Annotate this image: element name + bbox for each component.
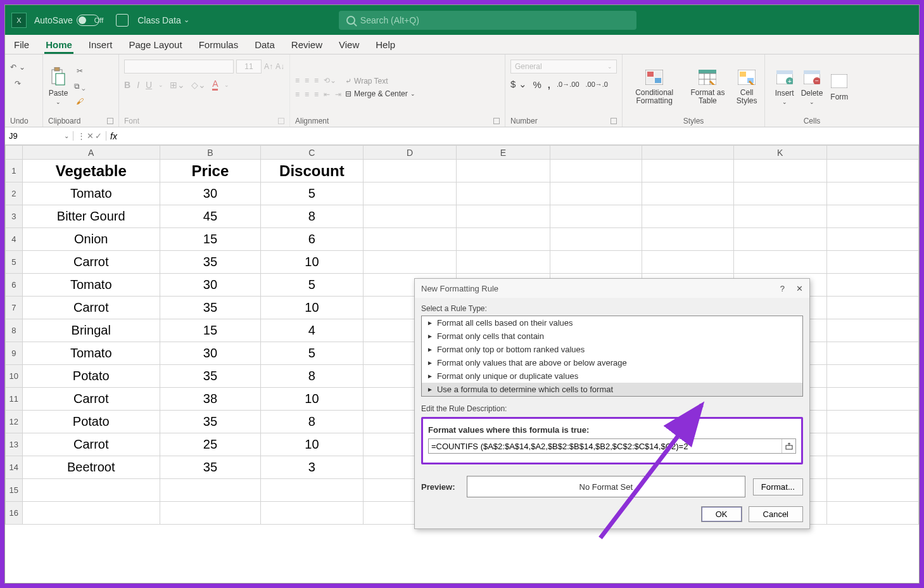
row-header[interactable]: 8 [6,319,23,342]
rule-type-option[interactable]: ►Format only values that are above or be… [422,356,802,369]
align-left-icon[interactable]: ≡ [295,90,300,99]
cell[interactable] [733,182,826,205]
row-header[interactable]: 1 [6,160,23,182]
cell[interactable] [826,251,918,274]
cell[interactable] [826,388,918,411]
borders-button[interactable]: ⊞⌄ [170,80,185,90]
rule-type-option[interactable]: ►Format only top or bottom ranked values [422,343,802,356]
cell[interactable] [642,251,733,274]
tab-formulas[interactable]: Formulas [198,37,240,54]
cell[interactable]: Potato [22,365,160,388]
row-header[interactable]: 16 [6,502,23,525]
cut-button[interactable]: ✂ [72,65,87,77]
cell[interactable]: Carrot [22,388,160,411]
cell[interactable] [733,251,826,274]
cell[interactable] [826,365,918,388]
rule-type-option[interactable]: ►Use a formula to determine which cells … [422,383,802,396]
tab-view[interactable]: View [338,37,360,54]
cell[interactable]: 15 [160,228,260,251]
cell[interactable] [457,205,550,228]
cell[interactable]: 35 [160,456,260,479]
dialog-launcher-icon[interactable] [493,118,500,124]
fill-color-button[interactable]: ◇⌄ [191,80,206,90]
column-header[interactable] [826,146,918,160]
increase-font-icon[interactable]: A↑ [264,62,273,71]
increase-indent-icon[interactable]: ⇥ [335,90,341,99]
save-icon[interactable] [116,14,129,27]
cell[interactable]: Carrot [22,251,160,274]
cell[interactable] [457,182,550,205]
cell[interactable]: 45 [160,205,260,228]
cell[interactable] [550,228,642,251]
cell[interactable]: Carrot [22,433,160,456]
row-header[interactable]: 11 [6,388,23,411]
spreadsheet-grid[interactable]: ABCDEK1VegetablePriceDiscount2Tomato3053… [5,145,919,583]
cell[interactable]: 15 [160,319,260,342]
format-as-table-button[interactable]: Format as Table [688,67,726,105]
decrease-font-icon[interactable]: A↓ [275,62,284,71]
cell[interactable] [826,228,918,251]
merge-center-button[interactable]: ⊟Merge & Center⌄ [345,89,415,98]
format-painter-button[interactable]: 🖌 [72,95,87,108]
cell[interactable]: 4 [260,319,363,342]
cell[interactable] [457,251,550,274]
dialog-launcher-icon[interactable] [107,118,113,124]
cell[interactable] [826,342,918,365]
cell[interactable] [363,251,456,274]
cell[interactable]: 30 [160,342,260,365]
undo-button[interactable]: ↶ ⌄ [10,61,25,74]
autosave-toggle[interactable]: AutoSave Off [34,15,107,26]
conditional-formatting-button[interactable]: Conditional Formatting [628,67,681,105]
cell[interactable]: 38 [160,388,260,411]
row-header[interactable]: 6 [6,274,23,297]
formula-text-input[interactable] [429,442,782,451]
cell[interactable]: Tomato [22,274,160,297]
tab-page-layout[interactable]: Page Layout [127,37,183,54]
cell[interactable] [260,479,363,502]
cell[interactable]: Carrot [22,297,160,319]
cell[interactable] [826,160,918,182]
cell[interactable] [550,251,642,274]
cell[interactable] [733,205,826,228]
cell[interactable]: 10 [260,433,363,456]
align-center-icon[interactable]: ≡ [305,90,309,99]
fx-icon[interactable]: fx [106,131,121,141]
redo-button[interactable]: ↷ [10,77,25,90]
cancel-formula-icon[interactable]: ✕ [87,131,94,141]
cell[interactable]: Onion [22,228,160,251]
row-header[interactable]: 4 [6,228,23,251]
cell[interactable]: 10 [260,388,363,411]
tab-home[interactable]: Home [44,37,73,54]
cell[interactable] [826,433,918,456]
tab-file[interactable]: File [13,37,30,54]
column-header[interactable] [642,146,733,160]
cell[interactable]: 8 [260,411,363,433]
row-header[interactable]: 2 [6,182,23,205]
help-button[interactable]: ? [780,284,785,293]
row-header[interactable]: 9 [6,342,23,365]
cell[interactable] [160,502,260,525]
cell[interactable] [550,160,642,182]
align-bottom-icon[interactable]: ≡ [314,76,319,85]
name-box[interactable]: J9 ⌄ [5,131,73,141]
cell[interactable] [363,228,456,251]
cell[interactable]: 30 [160,274,260,297]
cell[interactable] [457,160,550,182]
cell[interactable]: 10 [260,251,363,274]
column-header[interactable]: A [22,146,160,160]
cell[interactable] [22,479,160,502]
align-right-icon[interactable]: ≡ [314,90,319,99]
delete-cells-button[interactable]: − Delete⌄ [801,67,823,105]
cell[interactable]: 6 [260,228,363,251]
align-top-icon[interactable]: ≡ [295,76,300,85]
increase-decimal-button[interactable]: .0→.00 [557,80,579,88]
cell[interactable]: Bringal [22,319,160,342]
dialog-launcher-icon[interactable] [278,118,284,124]
copy-button[interactable]: ⧉ ⌄ [72,80,87,93]
rule-type-list[interactable]: ►Format all cells based on their values►… [421,316,803,397]
cell[interactable]: 3 [260,456,363,479]
toggle-switch[interactable] [77,15,99,26]
cell[interactable]: 25 [160,433,260,456]
orientation-icon[interactable]: ⟲⌄ [324,76,336,85]
cell[interactable]: 30 [160,182,260,205]
